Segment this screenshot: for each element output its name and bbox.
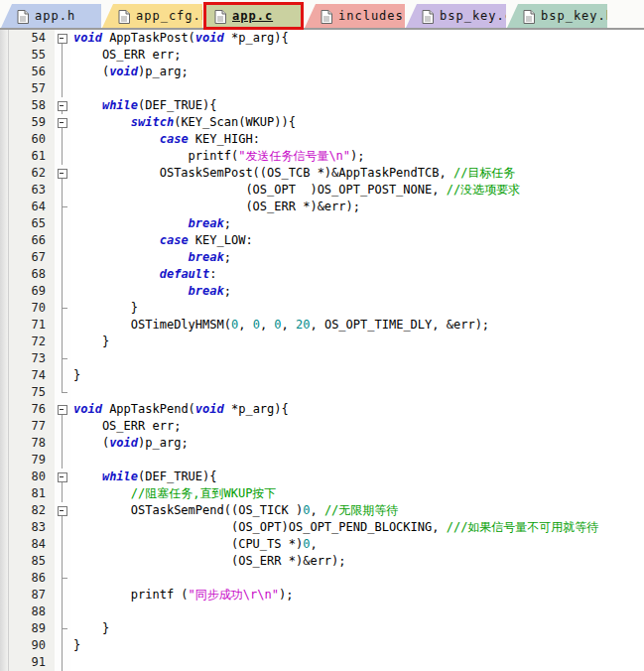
line-number: 77 [9, 418, 55, 435]
tab-label: app.c [232, 9, 273, 23]
code-text: break; [70, 249, 644, 266]
tab-app-c[interactable]: app.c [203, 2, 304, 30]
code-text: while(DEF_TRUE){ [70, 469, 644, 485]
code-line: 63 (OS_OPT )OS_OPT_POST_NONE, //没选项要求 [9, 182, 644, 199]
code-text [70, 350, 644, 367]
fold-margin [55, 317, 70, 334]
code-text: OSTimeDlyHMSM(0, 0, 0, 20, OS_OPT_TIME_D… [70, 317, 644, 334]
code-editor-window: app.happ_cfg.happ.cincludes.hbsp_key.cbs… [0, 0, 644, 671]
fold-margin [55, 131, 70, 148]
fold-margin [55, 30, 70, 47]
line-number: 66 [9, 232, 55, 249]
fold-toggle[interactable] [58, 101, 67, 111]
code-line: 83 (OS_OPT)OS_OPT_PEND_BLOCKING, ///如果信号… [9, 519, 644, 536]
tab-label: includes.h [338, 9, 420, 23]
code-text: OS_ERR err; [70, 47, 644, 64]
line-number: 56 [9, 64, 55, 80]
code-line: 80 while(DEF_TRUE){ [9, 469, 644, 485]
code-line: 57 [9, 80, 644, 97]
code-line: 75 [9, 384, 644, 401]
code-line: 86 [9, 570, 644, 587]
fold-margin [55, 536, 70, 553]
line-number: 70 [9, 300, 55, 317]
code-text [70, 604, 644, 620]
code-text: //阻塞任务,直到WKUP按下 [70, 485, 644, 502]
code-text: (OS_OPT)OS_OPT_PEND_BLOCKING, ///如果信号量不可… [70, 519, 644, 536]
tab-app-h[interactable]: app.h [1, 4, 101, 28]
tab-bsp-key-h[interactable]: bsp_key.h [507, 4, 607, 28]
code-text: } [70, 620, 644, 637]
fold-margin [55, 300, 70, 317]
fold-toggle[interactable] [58, 118, 67, 128]
fold-margin [55, 469, 70, 485]
code-text: case KEY_LOW: [70, 232, 644, 249]
fold-toggle[interactable] [58, 405, 67, 415]
code-text: (OS_OPT )OS_OPT_POST_NONE, //没选项要求 [70, 182, 644, 199]
line-number: 65 [9, 215, 55, 232]
code-line: 81 //阻塞任务,直到WKUP按下 [9, 485, 644, 502]
fold-toggle[interactable] [58, 472, 67, 482]
code-text: } [70, 300, 644, 317]
fold-margin [55, 215, 70, 232]
code-line: 73 [9, 350, 644, 367]
fold-margin [55, 587, 70, 604]
fold-toggle[interactable] [58, 169, 67, 179]
fold-margin [55, 64, 70, 80]
line-number: 72 [9, 334, 55, 350]
document-icon [523, 9, 535, 23]
code-text: (void)p_arg; [70, 435, 644, 452]
code-text [70, 80, 644, 97]
code-line: 60 case KEY_HIGH: [9, 131, 644, 148]
window-left-edge [0, 30, 9, 671]
code-line: 61 printf("发送任务信号量\n"); [9, 148, 644, 165]
fold-margin [55, 519, 70, 536]
line-number: 85 [9, 553, 55, 570]
line-number: 86 [9, 570, 55, 587]
line-number: 81 [9, 485, 55, 502]
code-editor[interactable]: 54void AppTaskPost(void *p_arg){55 OS_ER… [0, 30, 644, 671]
code-text: OS_ERR err; [70, 418, 644, 435]
line-number: 83 [9, 519, 55, 536]
code-text [70, 654, 644, 671]
code-line: 59 switch(KEY_Scan(WKUP)){ [9, 114, 644, 131]
tab-includes-h[interactable]: includes.h [305, 4, 405, 28]
line-number: 59 [9, 114, 55, 131]
code-area[interactable]: 54void AppTaskPost(void *p_arg){55 OS_ER… [9, 30, 644, 671]
code-line: 65 break; [9, 215, 644, 232]
fold-toggle[interactable] [58, 34, 67, 44]
line-number: 76 [9, 401, 55, 418]
fold-margin [55, 452, 70, 469]
tab-label: bsp_key.c [440, 9, 513, 23]
code-line: 89 } [9, 620, 644, 637]
line-number: 75 [9, 384, 55, 401]
line-number: 55 [9, 47, 55, 64]
line-number: 71 [9, 317, 55, 334]
tab-bsp-key-c[interactable]: bsp_key.c [406, 4, 506, 28]
code-text: break; [70, 215, 644, 232]
code-line: 85 (OS_ERR *)&err); [9, 553, 644, 570]
code-text: (OS_ERR *)&err); [70, 553, 644, 570]
line-number: 68 [9, 266, 55, 283]
fold-margin [55, 384, 70, 401]
line-number: 67 [9, 249, 55, 266]
fold-margin [55, 199, 70, 215]
code-text [70, 384, 644, 401]
code-line: 78 (void)p_arg; [9, 435, 644, 452]
line-number: 88 [9, 604, 55, 620]
fold-toggle[interactable] [58, 506, 67, 516]
line-number: 84 [9, 536, 55, 553]
tab-app-cfg-h[interactable]: app_cfg.h [102, 4, 202, 28]
code-line: 82 OSTaskSemPend((OS_TICK )0, //无限期等待 [9, 502, 644, 519]
code-line: 88 [9, 604, 644, 620]
line-number: 91 [9, 654, 55, 671]
code-line: 54void AppTaskPost(void *p_arg){ [9, 30, 644, 47]
code-line: 71 OSTimeDlyHMSM(0, 0, 0, 20, OS_OPT_TIM… [9, 317, 644, 334]
fold-margin [55, 604, 70, 620]
tab-label: app_cfg.h [136, 9, 209, 23]
code-text: void AppTaskPost(void *p_arg){ [70, 30, 644, 47]
line-number: 62 [9, 165, 55, 182]
code-text: (OS_ERR *)&err); [70, 199, 644, 215]
fold-margin [55, 502, 70, 519]
code-text: break; [70, 283, 644, 300]
code-line: 58 while(DEF_TRUE){ [9, 97, 644, 114]
